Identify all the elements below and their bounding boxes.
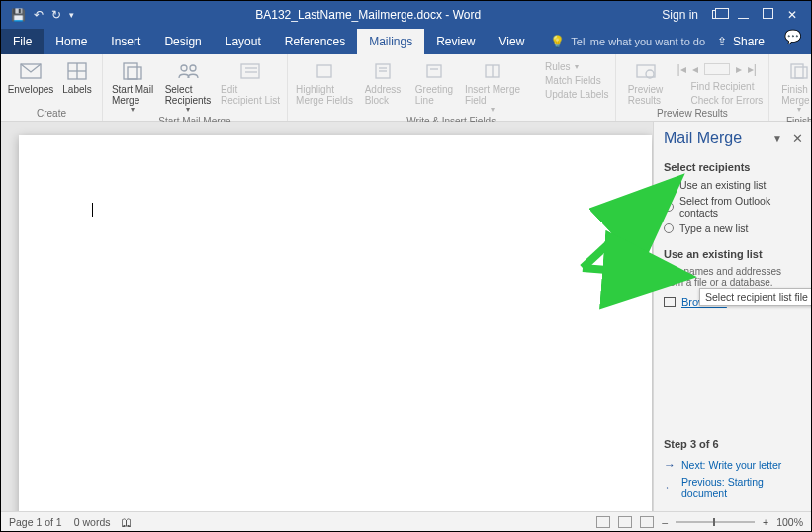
task-pane-close-icon[interactable]: ✕	[792, 132, 803, 146]
match-fields-button[interactable]: Match Fields	[527, 74, 609, 86]
svg-rect-15	[427, 65, 441, 77]
svg-rect-22	[795, 67, 807, 78]
web-layout-icon[interactable]	[640, 516, 654, 528]
undo-icon[interactable]: ↶	[34, 8, 44, 22]
tab-file[interactable]: File	[1, 29, 44, 54]
finish-merge-button[interactable]: Finish & Merge ▾	[775, 58, 812, 115]
zoom-level[interactable]: 100%	[776, 516, 803, 528]
find-recipient-icon	[674, 80, 687, 92]
svg-rect-21	[791, 64, 803, 78]
svg-rect-5	[128, 67, 141, 79]
tab-insert[interactable]: Insert	[99, 29, 152, 54]
radio-use-existing-list[interactable]: Use an existing list	[664, 177, 801, 193]
record-number-field[interactable]	[704, 63, 730, 75]
chevron-down-icon: ▾	[575, 62, 579, 71]
check-errors-label: Check for Errors	[691, 95, 764, 106]
tab-references[interactable]: References	[273, 29, 357, 54]
folder-icon	[664, 297, 676, 307]
text-cursor	[92, 203, 93, 217]
maximize-icon[interactable]	[763, 8, 773, 22]
document-page[interactable]	[19, 135, 652, 511]
tab-view[interactable]: View	[488, 29, 537, 54]
preview-results-label: Preview Results	[628, 84, 664, 106]
svg-rect-11	[317, 65, 331, 77]
close-icon[interactable]: ✕	[787, 8, 797, 22]
prev-record-icon[interactable]: ◂	[692, 62, 698, 76]
select-recipients-label: Select Recipients	[165, 84, 212, 106]
wizard-next-label: Next: Write your letter	[681, 459, 781, 471]
first-record-icon[interactable]: |◂	[677, 62, 686, 76]
redo-icon[interactable]: ↻	[51, 8, 61, 22]
chevron-down-icon: ▾	[797, 106, 801, 115]
radio-type-new-list[interactable]: Type a new list	[664, 221, 801, 236]
edit-recipient-list-button[interactable]: Edit Recipient List	[220, 58, 281, 106]
greeting-line-button[interactable]: Greeting Line	[410, 58, 458, 106]
select-recipients-icon	[177, 60, 199, 82]
next-record-icon[interactable]: ▸	[736, 62, 742, 76]
record-navigation[interactable]: |◂ ◂ ▸ ▸|	[674, 60, 764, 78]
start-mail-merge-button[interactable]: Start Mail Merge ▾	[109, 58, 156, 115]
find-recipient-label: Find Recipient	[691, 81, 755, 92]
browse-tooltip: Select recipient list file	[699, 288, 812, 306]
update-labels-label: Update Labels	[545, 89, 609, 100]
comments-icon[interactable]: 💬	[774, 29, 811, 54]
tab-home[interactable]: Home	[44, 29, 99, 54]
preview-results-button[interactable]: Preview Results	[622, 58, 670, 106]
signin-link[interactable]: Sign in	[662, 8, 698, 22]
radio-outlook-contacts[interactable]: Select from Outlook contacts	[664, 193, 801, 221]
status-page[interactable]: Page 1 of 1	[9, 516, 62, 528]
wizard-next-link[interactable]: → Next: Write your letter	[664, 456, 801, 474]
envelopes-button[interactable]: Envelopes	[7, 58, 54, 95]
select-recipients-heading: Select recipients	[664, 161, 801, 173]
qat-customize-icon[interactable]: ▾	[69, 10, 74, 20]
start-mail-merge-icon	[122, 60, 143, 82]
greeting-line-icon	[423, 60, 445, 82]
share-button[interactable]: ⇪ Share	[707, 29, 774, 54]
status-word-count[interactable]: 0 words	[74, 516, 111, 528]
window-title: BA132_LastName_Mailmerge.docx - Word	[74, 8, 662, 22]
group-preview-results: Preview Results |◂ ◂ ▸ ▸| Find Recipient…	[616, 54, 770, 121]
last-record-icon[interactable]: ▸|	[748, 62, 757, 76]
wizard-previous-link[interactable]: ← Previous: Starting document	[664, 474, 801, 501]
insert-merge-field-button[interactable]: Insert Merge Field ▾	[462, 58, 523, 115]
rules-button[interactable]: Rules ▾	[527, 60, 609, 72]
tab-review[interactable]: Review	[424, 29, 487, 54]
group-finish: Finish & Merge ▾ Finish	[769, 54, 812, 121]
work-area: Mail Merge ▼ ✕ Select recipients Use an …	[1, 122, 811, 511]
lightbulb-icon: 💡	[550, 35, 565, 48]
arrow-left-icon: ←	[664, 481, 676, 494]
task-pane-menu-icon[interactable]: ▼	[772, 133, 782, 144]
document-viewport[interactable]	[1, 122, 653, 511]
group-write-insert: Highlight Merge Fields Address Block Gre…	[288, 54, 616, 121]
read-mode-icon[interactable]	[596, 516, 610, 528]
ribbon-display-options-icon[interactable]	[712, 8, 724, 22]
zoom-out-button[interactable]: –	[662, 516, 668, 528]
find-recipient-button[interactable]: Find Recipient	[674, 80, 764, 92]
update-labels-button[interactable]: Update Labels	[527, 88, 609, 100]
task-pane-title: Mail Merge	[664, 130, 772, 147]
share-icon: ⇪	[717, 35, 727, 48]
address-block-button[interactable]: Address Block	[359, 58, 406, 106]
tell-me-search[interactable]: 💡 Tell me what you want to do	[536, 29, 705, 54]
finish-merge-label: Finish & Merge	[781, 84, 812, 106]
use-existing-list-heading: Use an existing list	[664, 248, 801, 260]
insert-merge-field-label: Insert Merge Field	[465, 84, 520, 106]
save-icon[interactable]: 💾	[11, 8, 26, 22]
check-errors-button[interactable]: Check for Errors	[674, 94, 764, 106]
zoom-in-button[interactable]: +	[763, 516, 768, 528]
tell-me-placeholder: Tell me what you want to do	[571, 36, 705, 47]
tab-mailings[interactable]: Mailings	[357, 29, 424, 54]
check-errors-icon	[674, 94, 687, 106]
highlight-merge-fields-button[interactable]: Highlight Merge Fields	[294, 58, 355, 106]
highlight-icon	[314, 60, 335, 82]
print-layout-icon[interactable]	[618, 516, 632, 528]
status-bar: Page 1 of 1 0 words 🕮 – + 100%	[1, 511, 811, 531]
select-recipients-button[interactable]: Select Recipients ▾	[160, 58, 216, 115]
tab-design[interactable]: Design	[152, 29, 213, 54]
status-proofing-icon[interactable]: 🕮	[122, 516, 133, 528]
chevron-down-icon: ▾	[131, 106, 135, 115]
minimize-icon[interactable]	[738, 8, 749, 22]
labels-button[interactable]: Labels	[58, 58, 96, 95]
tab-layout[interactable]: Layout	[214, 29, 273, 54]
zoom-slider[interactable]	[676, 521, 755, 523]
